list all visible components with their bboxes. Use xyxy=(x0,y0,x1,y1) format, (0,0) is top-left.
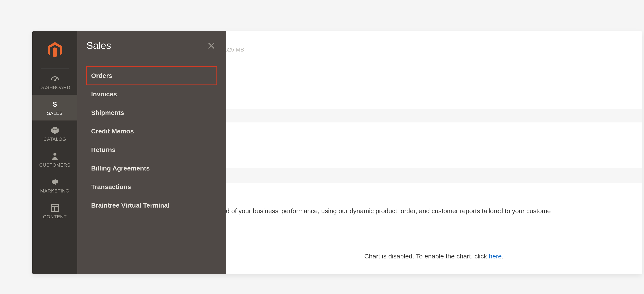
gauge-icon xyxy=(50,74,60,83)
flyout-item-label: Orders xyxy=(91,72,112,79)
period: . xyxy=(502,253,503,260)
memory-stats: s table pl emory usage: 625 MB xyxy=(226,40,244,53)
svg-point-7 xyxy=(54,153,56,156)
flyout-item-shipments[interactable]: Shipments xyxy=(86,103,217,122)
close-icon xyxy=(208,42,215,49)
flyout-item-invoices[interactable]: Invoices xyxy=(86,85,217,103)
logo-wrap xyxy=(32,31,77,69)
flyout-item-braintree[interactable]: Braintree Virtual Terminal xyxy=(86,196,217,215)
flyout-title: Sales xyxy=(86,40,217,51)
flyout-item-label: Credit Memos xyxy=(91,128,134,135)
flyout-item-returns[interactable]: Returns xyxy=(86,141,217,159)
sidebar-item-marketing[interactable]: MARKETING xyxy=(32,172,77,198)
description-text: d of your business' performance, using o… xyxy=(226,207,551,214)
sidebar-item-label: DASHBOARD xyxy=(40,85,70,90)
svg-marker-8 xyxy=(52,179,56,185)
sidebar-item-customers[interactable]: CUSTOMERS xyxy=(32,146,77,172)
flyout-item-transactions[interactable]: Transactions xyxy=(86,178,217,196)
svg-rect-9 xyxy=(56,180,58,183)
dollar-icon: $ xyxy=(50,100,60,109)
bi-description: d of your business' performance, using o… xyxy=(226,207,642,215)
sidebar-item-label: CUSTOMERS xyxy=(39,162,70,168)
sidebar-item-label: CONTENT xyxy=(43,214,67,220)
flyout-items: Orders Invoices Shipments Credit Memos R… xyxy=(86,66,217,215)
flyout-item-label: Billing Agreements xyxy=(91,165,150,172)
enable-chart-link[interactable]: here xyxy=(489,253,502,260)
flyout-item-credit-memos[interactable]: Credit Memos xyxy=(86,122,217,141)
memory-line1: s table pl xyxy=(226,40,244,46)
person-icon xyxy=(50,152,60,161)
sales-flyout: Sales Orders Invoices Shipments Credit M… xyxy=(77,31,226,274)
flyout-item-label: Invoices xyxy=(91,91,117,98)
flyout-item-billing-agreements[interactable]: Billing Agreements xyxy=(86,159,217,178)
divider xyxy=(226,229,642,229)
chart-disabled-notice: Chart is disabled. To enable the chart, … xyxy=(226,253,642,260)
flyout-item-label: Returns xyxy=(91,146,116,153)
memory-line2: emory usage: 625 MB xyxy=(226,46,244,53)
sidebar-item-sales[interactable]: $ SALES xyxy=(32,95,77,121)
chart-disabled-text: Chart is disabled. To enable the chart, … xyxy=(364,253,489,260)
layout-icon xyxy=(50,203,60,212)
sidebar-item-content[interactable]: CONTENT xyxy=(32,198,77,224)
sidebar-item-label: MARKETING xyxy=(40,188,69,194)
app-window: DASHBOARD $ SALES CATALOG CUSTOMERS MARK… xyxy=(32,31,642,274)
section-band xyxy=(226,168,642,183)
sidebar-item-label: SALES xyxy=(47,111,63,116)
svg-text:$: $ xyxy=(53,100,57,108)
svg-rect-10 xyxy=(52,204,58,211)
box-icon xyxy=(50,126,60,135)
sidebar-item-label: CATALOG xyxy=(44,136,66,142)
sidebar-item-dashboard[interactable]: DASHBOARD xyxy=(32,69,77,95)
main-content: s table pl emory usage: 625 MB d of your… xyxy=(226,31,642,274)
flyout-item-label: Shipments xyxy=(91,109,124,116)
flyout-item-orders[interactable]: Orders xyxy=(86,66,217,85)
flyout-close-button[interactable] xyxy=(207,41,216,50)
megaphone-icon xyxy=(50,177,60,186)
sidebar-item-catalog[interactable]: CATALOG xyxy=(32,121,77,146)
flyout-item-label: Transactions xyxy=(91,183,131,190)
admin-sidebar: DASHBOARD $ SALES CATALOG CUSTOMERS MARK… xyxy=(32,31,77,274)
svg-marker-1 xyxy=(53,47,57,58)
flyout-item-label: Braintree Virtual Terminal xyxy=(91,202,170,209)
magento-logo-icon xyxy=(46,41,64,59)
svg-line-3 xyxy=(55,78,57,80)
section-band xyxy=(226,109,642,122)
